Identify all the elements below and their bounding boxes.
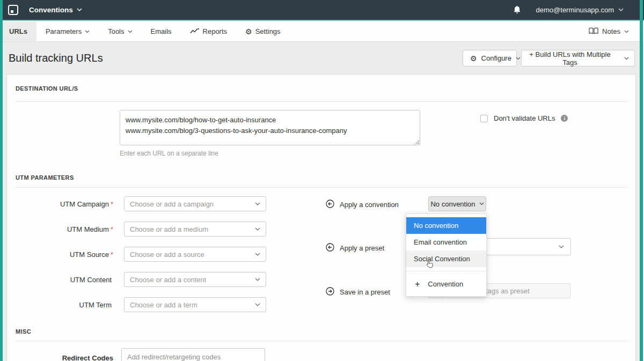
required-asterisk: *: [111, 251, 113, 259]
notes-menu[interactable]: Notes: [574, 21, 644, 41]
tab-emails-label: Emails: [151, 27, 172, 35]
utm-term-placeholder: Choose or add a term: [130, 301, 197, 309]
build-urls-label: + Build URLs with Multiple Tags: [529, 50, 611, 67]
build-urls-multiple-tags-button[interactable]: + Build URLs with Multiple Tags: [521, 50, 619, 67]
page-title: Build tracking URLs: [9, 52, 103, 64]
circled-arrow-left-icon: [326, 243, 334, 253]
utm-medium-select[interactable]: Choose or add a medium: [124, 222, 266, 237]
gear-icon: ⚙: [470, 55, 477, 62]
chevron-down-icon: [77, 8, 82, 11]
top-navbar: Conventions demo@terminusapp.com: [0, 0, 644, 20]
tab-parameters[interactable]: Parameters: [36, 21, 99, 41]
mouse-hand-cursor: [426, 260, 433, 270]
chevron-down-icon: [85, 30, 90, 33]
save-preset-row-label: Save in a preset: [326, 287, 390, 297]
screen-edge-accent-right: [640, 0, 643, 361]
conventions-menu[interactable]: Conventions: [29, 6, 82, 14]
utm-content-select[interactable]: Choose or add a content: [124, 272, 266, 287]
tab-tools[interactable]: Tools: [99, 21, 141, 41]
convention-dropdown-menu: No convention Email convention Social Co…: [406, 213, 487, 297]
redirect-codes-input[interactable]: [121, 348, 265, 361]
page-header: Build tracking URLs ⚙ Configure + Build …: [0, 42, 644, 74]
tab-urls[interactable]: URLs: [0, 21, 36, 41]
utm-source-label: UTM Source*: [7, 251, 113, 259]
required-asterisk: *: [111, 200, 113, 208]
tab-reports[interactable]: Reports: [181, 21, 237, 41]
tab-urls-label: URLs: [9, 27, 27, 35]
book-icon: [589, 27, 598, 36]
chevron-down-icon: [479, 202, 484, 205]
destination-urls-textarea[interactable]: www.mysite.com/blog/how-to-get-auto-insu…: [120, 110, 420, 145]
chevron-down-icon: [559, 245, 564, 248]
utm-campaign-placeholder: Choose or add a campaign: [130, 200, 214, 208]
circled-arrow-right-icon: [326, 287, 334, 297]
utm-term-label: UTM Term: [7, 301, 113, 309]
chevron-down-icon: [128, 30, 133, 33]
dropdown-item-email-convention[interactable]: Email convention: [406, 234, 486, 251]
secondary-navbar: URLs Parameters Tools Emails Reports ⚙ S…: [0, 21, 644, 42]
plus-icon: +: [415, 279, 420, 289]
save-preset-label: Save in a preset: [340, 288, 390, 296]
conventions-menu-label: Conventions: [29, 6, 73, 14]
destination-section-heading: DESTINATION URL/S: [16, 85, 78, 92]
tab-emails[interactable]: Emails: [142, 21, 181, 41]
account-menu[interactable]: demo@terminusapp.com: [536, 6, 624, 14]
chevron-down-icon: [255, 278, 260, 281]
chevron-down-icon: [255, 227, 260, 231]
dont-validate-checkbox[interactable]: [480, 115, 488, 122]
dropdown-add-convention[interactable]: + Convention: [406, 275, 486, 293]
chevron-down-icon: [618, 8, 624, 11]
convention-trigger-label: No convention: [430, 200, 475, 208]
notifications-bell-icon[interactable]: [513, 5, 521, 14]
utm-source-placeholder: Choose or add a source: [130, 251, 204, 259]
dont-validate-label: Don't validate URLs: [494, 114, 555, 122]
apply-convention-row-label: Apply a convention: [326, 200, 399, 210]
section-divider: [16, 101, 627, 102]
build-urls-form-card: DESTINATION URL/S www.mysite.com/blog/ho…: [6, 74, 636, 361]
chevron-down-icon: [624, 57, 629, 60]
utm-source-select[interactable]: Choose or add a source: [124, 247, 266, 262]
tab-parameters-label: Parameters: [46, 27, 82, 35]
utm-medium-label: UTM Medium*: [7, 225, 113, 233]
configure-button[interactable]: ⚙ Configure: [463, 50, 517, 67]
tab-settings-label: Settings: [255, 27, 281, 35]
tab-settings[interactable]: ⚙ Settings: [236, 21, 290, 41]
section-divider: [16, 341, 627, 341]
line-chart-icon: [190, 27, 200, 36]
circled-arrow-left-icon: [326, 200, 334, 210]
account-email: demo@terminusapp.com: [536, 6, 614, 14]
chevron-down-icon: [255, 253, 260, 256]
required-asterisk: *: [111, 225, 113, 233]
tab-reports-label: Reports: [203, 27, 228, 35]
gear-icon: ⚙: [245, 28, 252, 35]
redirect-codes-label: Redirect Codes: [7, 354, 113, 361]
utm-content-placeholder: Choose or add a content: [130, 276, 206, 284]
build-urls-split-chevron-button[interactable]: [618, 50, 635, 67]
utm-medium-placeholder: Choose or add a medium: [130, 225, 208, 233]
utm-campaign-label: UTM Campaign*: [7, 200, 113, 208]
chevron-down-icon: [255, 202, 260, 205]
dropdown-divider: [406, 271, 486, 271]
apply-preset-label: Apply a preset: [340, 244, 384, 252]
notes-label: Notes: [602, 27, 620, 35]
apply-preset-row-label: Apply a preset: [326, 243, 384, 253]
utm-content-label: UTM Content: [7, 276, 113, 284]
destination-helper-text: Enter each URL on a separate line: [120, 150, 218, 157]
configure-label: Configure: [481, 54, 511, 62]
dropdown-item-social-convention[interactable]: Social Convention: [406, 251, 486, 267]
app-logo-icon[interactable]: [8, 5, 18, 15]
info-icon[interactable]: i: [561, 115, 568, 122]
dropdown-item-no-convention[interactable]: No convention: [406, 217, 486, 234]
misc-section-heading: MISC: [16, 328, 31, 335]
utm-term-select[interactable]: Choose or add a term: [124, 297, 266, 312]
chevron-down-icon: [624, 30, 629, 33]
apply-convention-label: Apply a convention: [340, 201, 399, 209]
add-convention-label: Convention: [428, 280, 463, 288]
convention-dropdown-trigger[interactable]: No convention: [428, 196, 486, 211]
utm-section-heading: UTM PARAMETERS: [16, 174, 74, 181]
screen-edge-accent-left: [0, 0, 3, 361]
dropdown-item-social-convention-label: Social Convention: [414, 255, 470, 263]
tab-tools-label: Tools: [108, 27, 124, 35]
utm-campaign-select[interactable]: Choose or add a campaign: [124, 196, 266, 211]
chevron-down-icon: [516, 57, 521, 60]
